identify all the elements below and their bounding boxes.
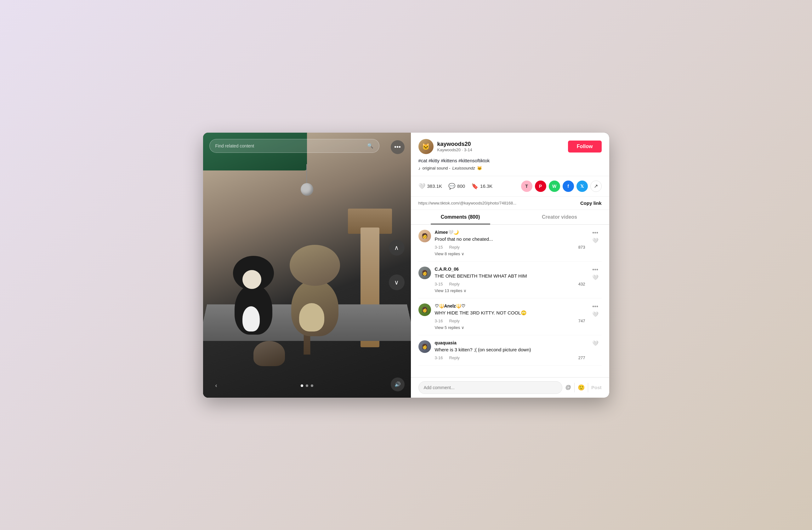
follow-button[interactable]: Follow [568,141,602,153]
comment-username: ♡🔱Anelz🔱♡ [435,304,585,308]
pinterest-icon: P [539,184,542,189]
comments-stat[interactable]: 💬 800 [448,183,465,190]
hashtag-3: #kittens [441,158,459,163]
dot-3 [311,385,313,387]
prev-icon: ‹ [215,382,217,389]
likes-stat[interactable]: 🤍 383.1K [418,183,443,190]
comment-meta: 3-16 Reply 747 [435,319,585,323]
prev-button[interactable]: ‹ [211,380,222,391]
link-row: https://www.tiktok.com/@kaywoods20/photo… [411,197,609,210]
comment-input[interactable] [418,381,562,394]
avatar: 👩 [418,267,431,279]
copy-link-button[interactable]: Copy link [580,200,602,206]
main-container: Find related content 🔍 ••• ∧ ∨ ‹ › [203,132,609,398]
list-item: 👩 quaquasia Where is 3 kitten? ;( (on se… [418,335,602,365]
share-icons: T P W f 𝕏 ↗ [521,181,602,192]
bookmarks-stat[interactable]: 🔖 16.3K [471,183,492,190]
comment-likes-count: 277 [578,355,585,360]
reply-button[interactable]: Reply [449,319,460,323]
comment-likes-count: 747 [578,319,585,323]
comment-right: ••• 🤍 [589,230,602,256]
emoji-icon[interactable]: 🙂 [578,384,585,391]
search-bar[interactable]: Find related content 🔍 [209,139,379,153]
comment-icon: 💬 [448,183,455,190]
hashtag-1: #cat [418,158,429,163]
stats-row: 🤍 383.1K 💬 800 🔖 16.3K T P W [411,176,609,197]
comment-date: 3-16 [435,319,443,323]
comment-like-button[interactable]: 🤍 [592,311,598,317]
sound-button[interactable]: 🔊 [391,377,405,391]
list-item: 🧑 Aimee🤍🌙 Proof that no one cheated... 3… [418,225,602,262]
bottom-controls: ‹ › [203,380,411,391]
avatar: 👩 [418,304,431,316]
sound-note-icon: ♪ [418,166,421,171]
search-placeholder: Find related content [215,143,365,149]
post-button[interactable]: Post [591,385,602,390]
comment-like-button[interactable]: 🤍 [592,275,598,280]
comment-right: ••• 🤍 [589,304,602,330]
view-replies-button[interactable]: View 8 replies ∨ [435,251,585,256]
cat-left [228,271,285,335]
nav-up-button[interactable]: ∧ [389,240,405,255]
tiktok-share-button[interactable]: T [521,181,533,192]
comment-likes-count: 873 [578,245,585,250]
comment-input-row: @ 🙂 Post [411,377,609,398]
info-panel: 🐱 kaywoods20 Kaywoods20 · 3-14 Follow #c… [411,132,609,398]
avatar: 🧑 [418,230,431,242]
comment-text: THE ONE BENEITH THEM WHAT ABT HIM [435,273,585,279]
user-info: kaywoods20 Kaywoods20 · 3-14 [437,141,568,152]
pinterest-share-button[interactable]: P [535,181,546,192]
hashtag-2: #kitty [429,158,441,163]
dots-indicator [301,385,313,387]
dot-2 [306,385,308,387]
comment-like-button[interactable]: 🤍 [592,238,598,243]
more-options-icon[interactable]: ••• [592,304,598,310]
twitter-icon: 𝕏 [580,184,584,189]
sound-name: Lxuissoundz [452,166,475,170]
at-icon[interactable]: @ [565,384,571,391]
sound-prefix: original sound - [422,166,451,170]
sound-info: ♪ original sound - Lxuissoundz 🐱 [418,166,602,171]
twitter-share-button[interactable]: 𝕏 [577,181,588,192]
bookmark-icon: 🔖 [471,183,478,190]
dot-1 [301,385,303,387]
more-dots-label: ••• [394,143,401,151]
comment-text: Where is 3 kitten? ;( (on second picture… [435,346,585,353]
share-icon: ↗ [594,183,598,189]
heart-icon: 🤍 [418,183,425,190]
comment-right: 🤍 [589,340,602,360]
sound-emoji: 🐱 [477,166,482,170]
cat-right [288,267,345,336]
whatsapp-share-button[interactable]: W [549,181,560,192]
list-item: 👩 C.A.R.O_06 THE ONE BENEITH THEM WHAT A… [418,262,602,298]
tab-creator-videos[interactable]: Creator videos [510,210,609,224]
comment-body: ♡🔱Anelz🔱♡ WHY HIDE THE 3RD KITTY. NOT CO… [435,304,585,330]
view-replies-button[interactable]: View 13 replies ∨ [435,288,585,293]
tabs-row: Comments (800) Creator videos [411,210,609,225]
tab-comments[interactable]: Comments (800) [411,210,510,224]
avatar: 🐱 [418,139,434,154]
hashtags: #cat #kitty #kittens #kittensoftiktok [418,158,602,163]
search-icon[interactable]: 🔍 [365,141,375,151]
list-item: 👩 ♡🔱Anelz🔱♡ WHY HIDE THE 3RD KITTY. NOT … [418,298,602,335]
more-options-icon[interactable]: ••• [592,230,598,236]
facebook-icon: f [567,184,569,189]
more-options-icon[interactable]: ••• [592,267,598,273]
reply-button[interactable]: Reply [449,355,460,360]
link-url: https://www.tiktok.com/@kaywoods20/photo… [418,201,577,206]
reply-button[interactable]: Reply [449,282,460,287]
avatar: 👩 [418,340,431,353]
comment-username: quaquasia [435,340,585,345]
more-options-button[interactable]: ••• [391,140,405,154]
user-subtext: Kaywoods20 · 3-14 [437,148,568,152]
share-arrow-button[interactable]: ↗ [590,181,602,192]
comment-like-button[interactable]: 🤍 [592,340,598,346]
facebook-share-button[interactable]: f [563,181,574,192]
view-replies-button[interactable]: View 5 replies ∨ [435,325,585,330]
comment-likes-count: 432 [578,282,585,287]
likes-count: 383.1K [427,183,443,189]
user-row: 🐱 kaywoods20 Kaywoods20 · 3-14 Follow [418,139,602,154]
reply-button[interactable]: Reply [449,245,460,250]
comment-date: 3-16 [435,355,443,360]
nav-down-button[interactable]: ∨ [389,275,405,290]
